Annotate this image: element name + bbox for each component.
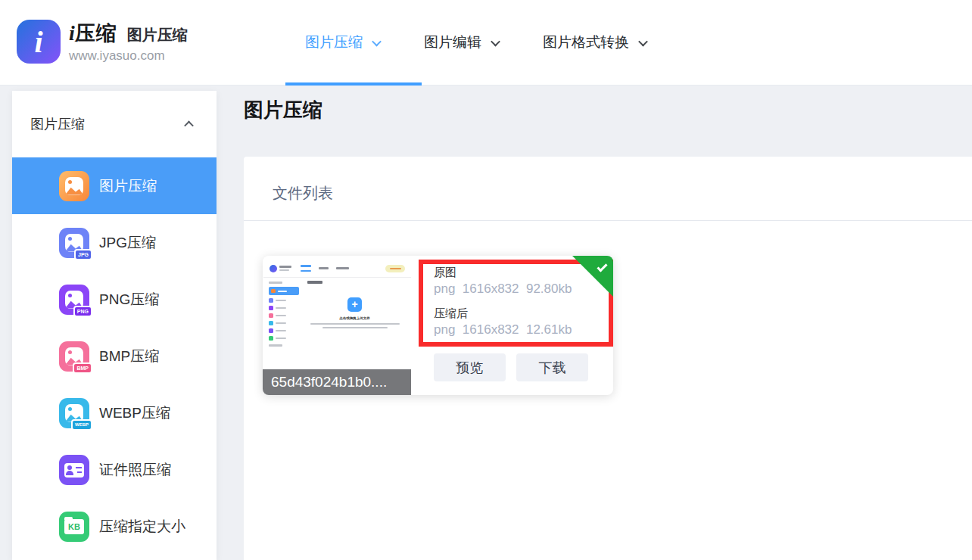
sidebar-item-label: PNG压缩 bbox=[99, 290, 159, 310]
image-compress-icon bbox=[59, 171, 89, 201]
app-header: i i 压缩 图片压缩 www.iyasuo.com 图片压缩 图片编辑 图片格… bbox=[0, 0, 972, 86]
sidebar-group-title: 图片压缩 bbox=[30, 115, 85, 133]
brand-logo[interactable]: i i 压缩 图片压缩 www.iyasuo.com bbox=[17, 20, 188, 64]
file-card: + 点击或拖拽上传文件 65d43f024b1b0.... 原图 png 161… bbox=[263, 256, 613, 395]
sidebar-item-label: 图片压缩 bbox=[99, 176, 157, 196]
sidebar-item-label: BMP压缩 bbox=[99, 347, 159, 366]
panel-divider bbox=[244, 220, 972, 221]
sidebar-item-label: WEBP压缩 bbox=[99, 403, 170, 423]
png-compress-icon: PNG bbox=[59, 285, 89, 315]
compressed-label: 压缩后 bbox=[434, 305, 572, 321]
thumb-mini-main: + 点击或拖拽上传文件 bbox=[303, 278, 411, 350]
nav-item-image-compress[interactable]: 图片压缩 bbox=[305, 33, 380, 52]
jpg-compress-icon: JPG bbox=[59, 228, 89, 258]
webp-compress-icon: WEBP bbox=[59, 398, 89, 428]
original-label: 原图 bbox=[434, 264, 572, 280]
thumb-upload-plus-icon: + bbox=[347, 297, 362, 312]
active-nav-underline bbox=[285, 82, 422, 86]
nav-item-label: 图片编辑 bbox=[424, 33, 481, 52]
file-thumbnail[interactable]: + 点击或拖拽上传文件 bbox=[263, 257, 411, 369]
nav-item-image-edit[interactable]: 图片编辑 bbox=[424, 33, 499, 52]
file-list-title: 文件列表 bbox=[273, 183, 333, 204]
nav-item-label: 图片格式转换 bbox=[543, 33, 629, 52]
thumb-upload-text: 点击或拖拽上传文件 bbox=[339, 316, 370, 319]
thumb-mini-logo bbox=[269, 265, 277, 272]
brand-website: www.iyasuo.com bbox=[69, 48, 188, 64]
format-badge: PNG bbox=[73, 306, 92, 317]
format-badge: BMP bbox=[73, 362, 92, 374]
sidebar-item-label: 压缩指定大小 bbox=[99, 517, 185, 537]
top-navigation: 图片压缩 图片编辑 图片格式转换 bbox=[305, 0, 690, 85]
chevron-down-icon bbox=[372, 36, 382, 46]
sidebar-item-webp-compress[interactable]: WEBP WEBP压缩 bbox=[12, 384, 217, 441]
sidebar-item-jpg-compress[interactable]: JPG JPG压缩 bbox=[12, 214, 217, 271]
success-corner bbox=[572, 256, 613, 297]
bmp-compress-icon: BMP bbox=[59, 341, 89, 372]
file-name: 65d43f024b1b0.... bbox=[263, 369, 411, 395]
nav-item-format-convert[interactable]: 图片格式转换 bbox=[543, 33, 646, 52]
brand-title-i: i bbox=[69, 21, 75, 45]
nav-item-label: 图片压缩 bbox=[305, 33, 363, 52]
page-title: 图片压缩 bbox=[244, 97, 322, 123]
file-list-panel: 文件列表 bbox=[244, 157, 972, 560]
sidebar-item-png-compress[interactable]: PNG PNG压缩 bbox=[12, 271, 217, 328]
sidebar-item-label: 证件照压缩 bbox=[99, 460, 171, 480]
file-info: 原图 png 1616x832 92.80kb 压缩后 png 1616x832… bbox=[434, 264, 572, 346]
chevron-down-icon bbox=[491, 36, 500, 46]
sidebar-group-image-compress[interactable]: 图片压缩 bbox=[12, 91, 217, 157]
success-corner-triangle bbox=[572, 256, 613, 297]
kb-size-icon: KB bbox=[59, 512, 89, 542]
thumb-mini-vip-button bbox=[385, 265, 405, 272]
sidebar: 图片压缩 图片压缩 JPG JPG压缩 PNG PNG压缩 BMP BMP压缩 bbox=[12, 91, 217, 560]
format-badge: WEBP bbox=[71, 419, 92, 431]
compressed-info: png 1616x832 12.61kb bbox=[434, 321, 572, 338]
download-button[interactable]: 下载 bbox=[516, 353, 588, 381]
thumb-mini-header bbox=[263, 260, 411, 278]
brand-subtitle: 图片压缩 bbox=[127, 25, 188, 45]
brand-text: i 压缩 图片压缩 www.iyasuo.com bbox=[69, 20, 188, 64]
id-photo-icon bbox=[59, 455, 89, 485]
brand-logo-icon: i bbox=[17, 20, 61, 64]
brand-title: 压缩 bbox=[75, 20, 117, 47]
sidebar-item-target-size-compress[interactable]: KB 压缩指定大小 bbox=[12, 498, 217, 555]
sidebar-item-label: JPG压缩 bbox=[99, 233, 156, 253]
sidebar-item-image-compress[interactable]: 图片压缩 bbox=[12, 157, 217, 214]
preview-button[interactable]: 预览 bbox=[434, 353, 506, 381]
sidebar-item-idphoto-compress[interactable]: 证件照压缩 bbox=[12, 441, 217, 498]
chevron-up-icon bbox=[184, 120, 194, 130]
sidebar-item-bmp-compress[interactable]: BMP BMP压缩 bbox=[12, 328, 217, 384]
thumb-mini-sidebar bbox=[263, 278, 303, 350]
original-info: png 1616x832 92.80kb bbox=[434, 280, 572, 297]
chevron-down-icon bbox=[638, 36, 648, 46]
format-badge: JPG bbox=[74, 249, 92, 260]
